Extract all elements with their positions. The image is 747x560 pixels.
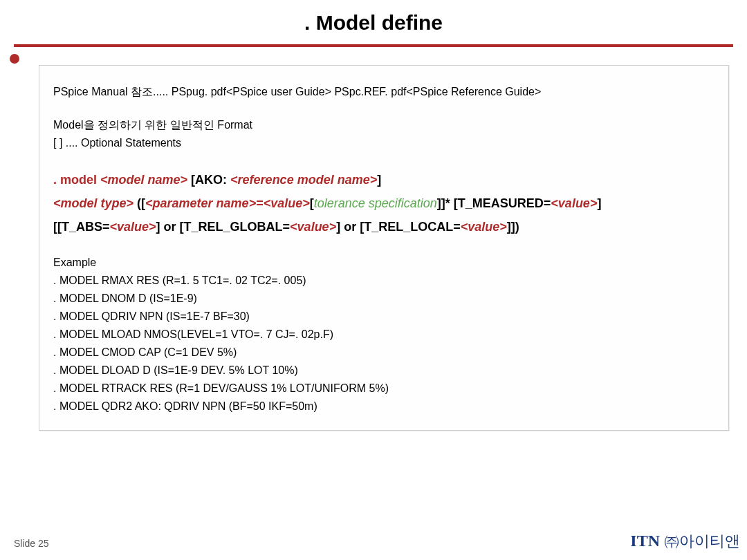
syntax-placeholder: <value> bbox=[551, 196, 597, 210]
syntax-placeholder: <reference model name> bbox=[230, 173, 377, 187]
syntax-line-1: . model <model name> [AKO: <reference mo… bbox=[53, 168, 714, 192]
syntax-keyword: . model bbox=[53, 173, 100, 187]
horizontal-rule bbox=[14, 44, 733, 47]
slide-number: Slide 25 bbox=[14, 538, 49, 549]
syntax-bracket: ] or [T_REL_LOCAL= bbox=[336, 220, 461, 234]
syntax-placeholder: <parameter name> bbox=[145, 196, 256, 210]
example-line: . MODEL RTRACK RES (R=1 DEV/GAUSS 1% LOT… bbox=[53, 380, 714, 397]
syntax-placeholder: <value> bbox=[461, 220, 507, 234]
syntax-tolerance: tolerance specification bbox=[314, 196, 437, 210]
example-line: . MODEL CMOD CAP (C=1 DEV 5%) bbox=[53, 344, 714, 361]
logo-kr: ㈜아이티앤 bbox=[664, 532, 740, 550]
example-line: . MODEL MLOAD NMOS(LEVEL=1 VTO=. 7 CJ=. … bbox=[53, 326, 714, 343]
company-logo-text: ITN ㈜아이티앤 bbox=[630, 531, 740, 552]
syntax-line-3: [[T_ABS=<value>] or [T_REL_GLOBAL=<value… bbox=[53, 215, 714, 239]
syntax-placeholder: <model name> bbox=[100, 173, 187, 187]
example-line: . MODEL DNOM D (IS=1E-9) bbox=[53, 290, 714, 307]
content-box: PSpice Manual 참조..... PSpug. pdf<PSpice … bbox=[39, 65, 729, 431]
syntax-bracket: ] bbox=[377, 173, 381, 187]
example-line: . MODEL QDR2 AKO: QDRIV NPN (BF=50 IKF=5… bbox=[53, 398, 714, 415]
syntax-bracket: [AKO: bbox=[187, 173, 230, 187]
syntax-bracket: ([ bbox=[133, 196, 145, 210]
reference-line: PSpice Manual 참조..... PSpug. pdf<PSpice … bbox=[53, 84, 714, 100]
format-heading: Model을 정의하기 위한 일반적인 Format bbox=[53, 117, 714, 133]
syntax-placeholder: <value> bbox=[290, 220, 336, 234]
example-line: . MODEL QDRIV NPN (IS=1E-7 BF=30) bbox=[53, 308, 714, 325]
syntax-placeholder: <model type> bbox=[53, 196, 133, 210]
optional-statements-line: [ ] .... Optional Statements bbox=[53, 135, 714, 151]
syntax-bracket: ]]* [T_MEASURED= bbox=[437, 196, 551, 210]
example-heading: Example bbox=[53, 254, 714, 271]
rule-dot bbox=[10, 54, 19, 64]
syntax-bracket: ] or [T_REL_GLOBAL= bbox=[156, 220, 290, 234]
example-line: . MODEL DLOAD D (IS=1E-9 DEV. 5% LOT 10%… bbox=[53, 362, 714, 379]
slide-title: . Model define bbox=[0, 0, 747, 40]
syntax-bracket: ]]) bbox=[507, 220, 519, 234]
syntax-placeholder: <value> bbox=[110, 220, 156, 234]
logo-en: ITN bbox=[630, 532, 664, 550]
syntax-line-2: <model type> ([<parameter name>=<value>[… bbox=[53, 192, 714, 215]
example-line: . MODEL RMAX RES (R=1. 5 TC1=. 02 TC2=. … bbox=[53, 272, 714, 289]
syntax-placeholder: <value> bbox=[264, 196, 310, 210]
syntax-eq: = bbox=[256, 196, 264, 210]
syntax-bracket: [[T_ABS= bbox=[53, 220, 110, 234]
syntax-bracket: ] bbox=[597, 196, 601, 210]
